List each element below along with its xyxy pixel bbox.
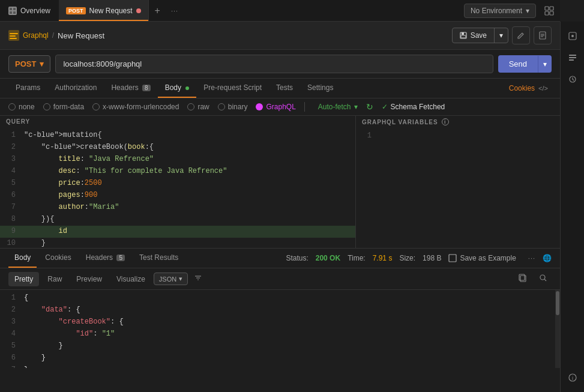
resp-sub-tab-preview[interactable]: Preview	[70, 272, 108, 286]
save-icon	[460, 32, 467, 39]
grid-view-button[interactable]	[541, 2, 558, 19]
filter-icon[interactable]	[190, 271, 206, 286]
line-number: 1	[0, 292, 22, 304]
editors-row: QUERY 1"c-blue">mutation{2 "c-blue">crea…	[0, 116, 560, 248]
resp-sub-tab-pretty[interactable]: Pretty	[8, 272, 39, 286]
query-editor: QUERY 1"c-blue">mutation{2 "c-blue">crea…	[0, 116, 356, 248]
collections-icon	[568, 53, 577, 62]
environment-selector[interactable]: No Environment ▾	[464, 4, 536, 18]
refresh-schema-icon[interactable]: ↻	[366, 102, 373, 112]
radio-form-data	[43, 103, 50, 110]
add-tab-button[interactable]: +	[149, 5, 166, 16]
graphql-vars-code-area[interactable]: 1	[356, 128, 560, 248]
save-button[interactable]: Save ▾	[452, 28, 508, 43]
sidebar-environment-icon[interactable]	[563, 26, 582, 46]
tab-tests[interactable]: Tests	[269, 79, 300, 98]
svg-rect-11	[10, 35, 16, 37]
right-sidebar: i	[560, 22, 584, 392]
json-format-selector[interactable]: JSON ▾	[154, 273, 188, 285]
tab-params[interactable]: Params	[8, 79, 47, 98]
tab-request[interactable]: POST New Request	[59, 0, 149, 21]
save-example-button[interactable]: Save as Example	[448, 254, 516, 262]
response-scroll-area: 1{2 "data": {3 "createBook": {4 "id": "1…	[0, 290, 560, 368]
sidebar-history-icon[interactable]	[563, 70, 582, 89]
line-content: }){	[22, 214, 355, 226]
resp-tab-body[interactable]: Body	[8, 249, 37, 268]
tab-pre-request[interactable]: Pre-request Script	[196, 79, 269, 98]
tab-more-button[interactable]: ···	[166, 7, 183, 14]
copy-response-button[interactable]	[514, 271, 531, 287]
sidebar-collections-icon[interactable]	[563, 48, 582, 67]
scrollbar-thumb[interactable]	[556, 291, 559, 315]
breadcrumb-page-name: New Request	[58, 31, 104, 40]
code-line: 5 }	[0, 340, 548, 352]
line-number: 4	[0, 166, 22, 178]
tab-settings[interactable]: Settings	[300, 79, 340, 98]
send-label[interactable]: Send	[498, 55, 538, 73]
sidebar-info-icon[interactable]: i	[563, 368, 582, 387]
search-icon	[538, 273, 548, 283]
response-tabs-bar: Body Cookies Headers 5 Test Results Stat…	[0, 249, 560, 268]
time-value: 7.91 s	[373, 254, 393, 262]
response-actions	[514, 271, 552, 287]
search-response-button[interactable]	[535, 271, 552, 287]
svg-rect-7	[545, 11, 549, 15]
tab-headers[interactable]: Headers 8	[104, 79, 157, 98]
tab-authorization[interactable]: Authorization	[47, 79, 104, 98]
send-dropdown-button[interactable]: ▾	[538, 56, 552, 73]
line-number: 2	[0, 304, 22, 316]
code-line: 8 }){	[0, 214, 355, 226]
response-more-button[interactable]: ···	[528, 255, 535, 262]
line-number: 3	[0, 316, 22, 328]
save-dropdown-button[interactable]: ▾	[494, 28, 508, 43]
code-line: 1"c-blue">mutation{	[0, 130, 355, 142]
code-line: 2 "data": {	[0, 304, 548, 316]
env-label: No Environment	[471, 7, 522, 15]
option-none[interactable]: none	[8, 103, 35, 111]
code-line: 5 price:2500	[0, 178, 355, 190]
resp-tab-headers[interactable]: Headers 5	[80, 249, 131, 268]
description-button[interactable]	[534, 26, 552, 44]
option-binary[interactable]: binary	[218, 103, 248, 111]
resp-tab-test-results[interactable]: Test Results	[133, 249, 184, 268]
line-content: title: "Java Refrence"	[22, 154, 355, 166]
tab-body[interactable]: Body	[158, 79, 197, 98]
method-selector[interactable]: POST ▾	[8, 55, 50, 73]
svg-rect-1	[10, 8, 12, 10]
line-content: "data": {	[22, 304, 548, 316]
size-label: Size:	[399, 254, 415, 262]
line-number: 2	[0, 142, 22, 154]
resp-tab-cookies[interactable]: Cookies	[39, 249, 77, 268]
scrollbar-track[interactable]	[555, 290, 560, 368]
resp-sub-tab-raw[interactable]: Raw	[41, 272, 68, 286]
option-graphql[interactable]: GraphQL	[256, 103, 295, 111]
cookies-link[interactable]: Cookies	[509, 84, 535, 92]
code-line: 1	[356, 130, 560, 142]
svg-rect-32	[569, 59, 574, 61]
save-example-icon	[448, 254, 457, 262]
overview-tab-label: Overview	[20, 7, 50, 15]
option-urlencoded[interactable]: x-www-form-urlencoded	[92, 103, 179, 111]
edit-button[interactable]	[512, 26, 530, 44]
url-input[interactable]	[55, 55, 493, 73]
collection-icon	[8, 30, 19, 41]
response-area: Body Cookies Headers 5 Test Results Stat…	[0, 248, 560, 368]
save-button-main[interactable]: Save	[453, 28, 494, 43]
response-code-area[interactable]: 1{2 "data": {3 "createBook": {4 "id": "1…	[0, 290, 560, 368]
send-button[interactable]: Send ▾	[498, 55, 552, 73]
breadcrumb-collection[interactable]: Graphql	[23, 31, 49, 40]
info-icon[interactable]: i	[442, 118, 449, 125]
option-raw[interactable]: raw	[187, 103, 209, 111]
response-status: Status: 200 OK Time: 7.91 s Size: 198 B …	[286, 254, 552, 262]
query-code-area[interactable]: 1"c-blue">mutation{2 "c-blue">createBook…	[0, 127, 355, 248]
status-label: Status:	[286, 254, 308, 262]
code-toggle-icon[interactable]: </>	[535, 80, 552, 97]
option-form-data[interactable]: form-data	[43, 103, 84, 111]
request-header-actions: Save ▾	[452, 26, 552, 44]
tab-overview[interactable]: Overview	[0, 0, 59, 21]
svg-rect-12	[10, 38, 17, 39]
svg-rect-14	[462, 32, 464, 35]
radio-graphql-dot	[256, 103, 263, 110]
auto-fetch-button[interactable]: Auto-fetch ▾	[318, 103, 358, 111]
resp-sub-tab-visualize[interactable]: Visualize	[110, 272, 151, 286]
